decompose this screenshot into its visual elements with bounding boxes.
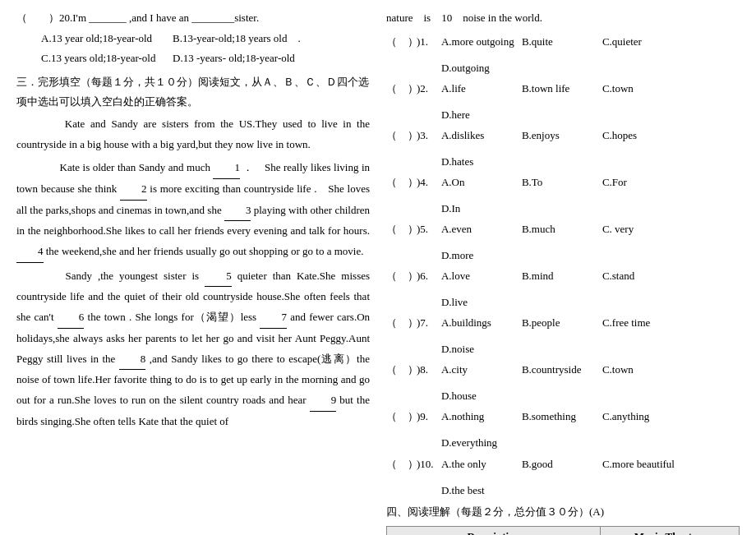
paragraph2: Kate is older than Sandy and much 1 ． Sh… xyxy=(16,158,370,262)
question-options: A.more outgoingB.quiteC.quieterD.outgoin… xyxy=(441,32,740,78)
option-D: D.house xyxy=(441,386,515,406)
blank1: 1 xyxy=(213,158,240,179)
section4-header: 四、阅读理解（每题２分，总分值３０分）(A) xyxy=(386,501,740,523)
question-paren: （ ） xyxy=(386,173,417,219)
option-B: B.town life xyxy=(522,79,596,99)
question-num: )4. xyxy=(417,173,441,219)
question-num: )8. xyxy=(417,360,441,406)
option-C: C.hopes xyxy=(602,126,676,145)
question-paren: （ ） xyxy=(386,313,417,359)
question-item-5: （ ）)5.A.evenB.muchC. veryD.more xyxy=(386,219,740,265)
question-paren: （ ） xyxy=(386,360,417,406)
option-B: B.countryside xyxy=(522,360,596,380)
blank8: 8 xyxy=(119,349,146,371)
q20-optB: B.13-year-old;18 years old . xyxy=(173,29,301,48)
option-D: D.the best xyxy=(441,481,515,500)
option-D: D.hates xyxy=(441,152,515,172)
question-paren: （ ） xyxy=(386,454,417,500)
option-C: C.town xyxy=(602,360,676,380)
question-num: )10. xyxy=(417,454,441,500)
q20-optC: C.13 years old;18-year-old xyxy=(41,48,164,67)
question-options: A.cityB.countrysideC.townD.house xyxy=(441,360,740,406)
option-C: C.more beautiful xyxy=(602,454,676,474)
q20-options-cd: C.13 years old;18-year-old D.13 -years- … xyxy=(16,48,370,67)
theater-table: DescriptionMovie TheatersThe biggest scr… xyxy=(386,526,740,535)
blank7: 7 xyxy=(260,307,287,329)
question-options: A.OnB.ToC.ForD.In xyxy=(441,173,740,219)
question-paren: （ ） xyxy=(386,126,417,172)
blank2: 2 xyxy=(120,179,147,201)
question-item-10: （ ）)10.A.the onlyB.goodC.more beautifulD… xyxy=(386,454,740,500)
question-item-6: （ ）)6.A.loveB.mindC.standD.live xyxy=(386,266,740,312)
question-num: )9. xyxy=(417,407,441,453)
option-D: D.everything xyxy=(441,433,515,453)
option-D: D.In xyxy=(441,199,515,219)
option-C: C.quieter xyxy=(602,32,676,52)
paragraph1: Kate and Sandy are sisters from the US.T… xyxy=(16,114,370,155)
option-B: B.people xyxy=(522,313,596,333)
question-num: )3. xyxy=(417,126,441,172)
question-num: )2. xyxy=(417,79,441,125)
question-paren: （ ） xyxy=(386,219,417,265)
q20-stem: （ ）20.I'm _______ ,and I have an _______… xyxy=(16,8,370,27)
option-A: A.dislikes xyxy=(441,126,515,145)
q20-optD: D.13 -years- old;18-year-old xyxy=(173,48,296,67)
option-A: A.life xyxy=(441,79,515,99)
questions-container: （ ）)1.A.more outgoingB.quiteC.quieterD.o… xyxy=(386,32,740,500)
question-item-3: （ ） )3.A.dislikesB.enjoysC.hopesD.hates xyxy=(386,126,740,172)
option-A: A.love xyxy=(441,266,515,286)
option-A: A.nothing xyxy=(441,407,515,427)
question-item-2: （ ）)2.A.lifeB.town lifeC.townD.here xyxy=(386,79,740,125)
option-D: D.more xyxy=(441,246,515,265)
q20-optA: A.13 year old;18-year-old xyxy=(41,29,164,48)
question-item-9: （ ）)9.A.nothingB.somethingC.anythingD.ev… xyxy=(386,407,740,453)
q20-options: A.13 year old;18-year-old B.13-year-old;… xyxy=(16,29,370,48)
question-options: A.evenB.muchC. veryD.more xyxy=(441,219,740,265)
question-num: )7. xyxy=(417,313,441,359)
option-C: C.stand xyxy=(602,266,676,286)
left-column: （ ）20.I'm _______ ,and I have an _______… xyxy=(16,8,370,535)
question-paren: （ ） xyxy=(386,266,417,312)
question-num: )5. xyxy=(417,219,441,265)
question-item-7: （ ）)7.A.buildingsB.peopleC.free timeD.no… xyxy=(386,313,740,359)
blank9: 9 xyxy=(310,390,337,412)
paragraph3: Sandy ,the youngest sister is 5 quieter … xyxy=(16,266,370,432)
question-item-8: （ ）)8.A.cityB.countrysideC.townD.house xyxy=(386,360,740,406)
option-B: B.something xyxy=(522,407,596,427)
para2-text5: the weekend,she and her friends usually … xyxy=(46,245,364,257)
question-paren: （ ） xyxy=(386,79,417,125)
option-B: B.quite xyxy=(522,32,596,52)
question-paren: （ ） xyxy=(386,32,417,78)
option-A: A.On xyxy=(441,173,515,192)
question-options: A.buildingsB.peopleC.free timeD.noise xyxy=(441,313,740,359)
table-header: Movie Theaters xyxy=(601,526,740,535)
blank6: 6 xyxy=(58,307,85,329)
para2-text1: Kate is older than Sandy and much xyxy=(38,161,210,173)
option-A: A.buildings xyxy=(441,313,515,333)
option-D: D.noise xyxy=(441,339,515,359)
option-C: C.free time xyxy=(602,313,676,333)
question-paren: （ ） xyxy=(386,407,417,453)
option-D: D.here xyxy=(441,105,515,125)
option-D: D.live xyxy=(441,293,515,312)
option-B: B.enjoys xyxy=(522,126,596,145)
blank4: 4 xyxy=(16,242,44,263)
question-options: A.nothingB.somethingC.anythingD.everythi… xyxy=(441,407,740,453)
option-B: B.mind xyxy=(522,266,596,286)
option-C: C. very xyxy=(602,219,676,239)
question-options: A.dislikesB.enjoysC.hopesD.hates xyxy=(441,126,740,172)
question-options: A.loveB.mindC.standD.live xyxy=(441,266,740,312)
para3-text1: Sandy ,the youngest sister is xyxy=(38,270,199,282)
option-C: C.town xyxy=(602,79,676,99)
option-A: A.city xyxy=(441,360,515,380)
option-C: C.anything xyxy=(602,407,676,427)
question-item-4: （ ）)4.A.OnB.ToC.ForD.In xyxy=(386,173,740,219)
option-B: B.much xyxy=(522,219,596,239)
question-item-1: （ ）)1.A.more outgoingB.quiteC.quieterD.o… xyxy=(386,32,740,78)
question-options: A.the onlyB.goodC.more beautifulD.the be… xyxy=(441,454,740,500)
option-A: A.even xyxy=(441,219,515,239)
question-num: )1. xyxy=(417,32,441,78)
blank5: 5 xyxy=(205,266,232,288)
question-num: )6. xyxy=(417,266,441,312)
blank3: 3 xyxy=(224,201,251,222)
